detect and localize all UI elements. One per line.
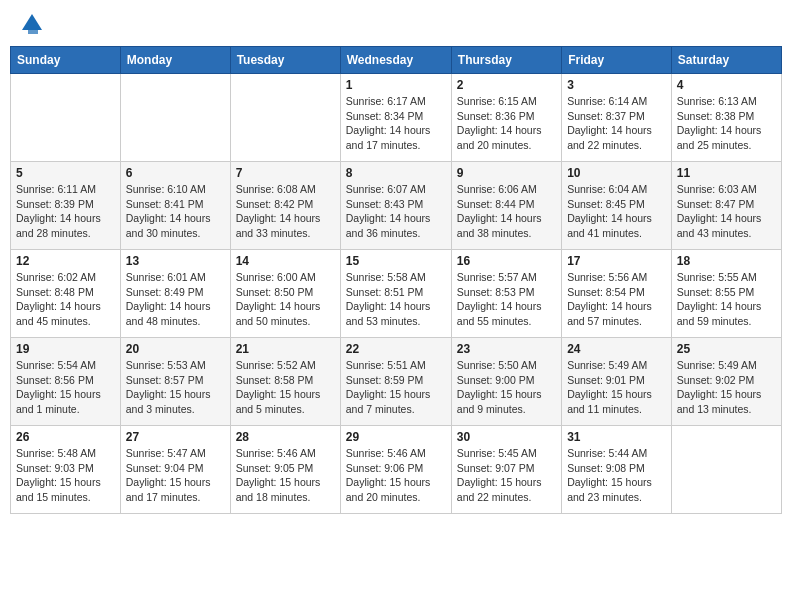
day-info: Sunrise: 5:46 AM Sunset: 9:05 PM Dayligh…: [236, 446, 335, 505]
day-info: Sunrise: 5:47 AM Sunset: 9:04 PM Dayligh…: [126, 446, 225, 505]
day-info: Sunrise: 6:06 AM Sunset: 8:44 PM Dayligh…: [457, 182, 556, 241]
day-header-friday: Friday: [562, 47, 672, 74]
day-number: 15: [346, 254, 446, 268]
logo: [14, 10, 46, 38]
day-number: 10: [567, 166, 666, 180]
day-number: 5: [16, 166, 115, 180]
calendar-cell: 17Sunrise: 5:56 AM Sunset: 8:54 PM Dayli…: [562, 250, 672, 338]
day-number: 17: [567, 254, 666, 268]
calendar-cell: 13Sunrise: 6:01 AM Sunset: 8:49 PM Dayli…: [120, 250, 230, 338]
day-header-thursday: Thursday: [451, 47, 561, 74]
calendar-cell: 3Sunrise: 6:14 AM Sunset: 8:37 PM Daylig…: [562, 74, 672, 162]
day-info: Sunrise: 5:58 AM Sunset: 8:51 PM Dayligh…: [346, 270, 446, 329]
calendar-cell: 29Sunrise: 5:46 AM Sunset: 9:06 PM Dayli…: [340, 426, 451, 514]
calendar-week-3: 12Sunrise: 6:02 AM Sunset: 8:48 PM Dayli…: [11, 250, 782, 338]
calendar-cell: 12Sunrise: 6:02 AM Sunset: 8:48 PM Dayli…: [11, 250, 121, 338]
day-info: Sunrise: 5:51 AM Sunset: 8:59 PM Dayligh…: [346, 358, 446, 417]
day-number: 23: [457, 342, 556, 356]
day-info: Sunrise: 5:52 AM Sunset: 8:58 PM Dayligh…: [236, 358, 335, 417]
day-number: 4: [677, 78, 776, 92]
day-info: Sunrise: 5:56 AM Sunset: 8:54 PM Dayligh…: [567, 270, 666, 329]
calendar-cell: 27Sunrise: 5:47 AM Sunset: 9:04 PM Dayli…: [120, 426, 230, 514]
day-number: 13: [126, 254, 225, 268]
day-number: 25: [677, 342, 776, 356]
day-info: Sunrise: 6:03 AM Sunset: 8:47 PM Dayligh…: [677, 182, 776, 241]
day-number: 6: [126, 166, 225, 180]
day-number: 1: [346, 78, 446, 92]
day-info: Sunrise: 6:01 AM Sunset: 8:49 PM Dayligh…: [126, 270, 225, 329]
calendar-cell: 1Sunrise: 6:17 AM Sunset: 8:34 PM Daylig…: [340, 74, 451, 162]
day-info: Sunrise: 6:07 AM Sunset: 8:43 PM Dayligh…: [346, 182, 446, 241]
day-number: 14: [236, 254, 335, 268]
calendar-cell: 9Sunrise: 6:06 AM Sunset: 8:44 PM Daylig…: [451, 162, 561, 250]
day-number: 16: [457, 254, 556, 268]
day-info: Sunrise: 5:50 AM Sunset: 9:00 PM Dayligh…: [457, 358, 556, 417]
calendar-cell: 5Sunrise: 6:11 AM Sunset: 8:39 PM Daylig…: [11, 162, 121, 250]
day-info: Sunrise: 6:17 AM Sunset: 8:34 PM Dayligh…: [346, 94, 446, 153]
calendar-week-2: 5Sunrise: 6:11 AM Sunset: 8:39 PM Daylig…: [11, 162, 782, 250]
day-info: Sunrise: 5:46 AM Sunset: 9:06 PM Dayligh…: [346, 446, 446, 505]
calendar-week-5: 26Sunrise: 5:48 AM Sunset: 9:03 PM Dayli…: [11, 426, 782, 514]
day-header-monday: Monday: [120, 47, 230, 74]
day-header-tuesday: Tuesday: [230, 47, 340, 74]
day-number: 28: [236, 430, 335, 444]
calendar-cell: 22Sunrise: 5:51 AM Sunset: 8:59 PM Dayli…: [340, 338, 451, 426]
day-info: Sunrise: 6:08 AM Sunset: 8:42 PM Dayligh…: [236, 182, 335, 241]
day-number: 31: [567, 430, 666, 444]
day-number: 21: [236, 342, 335, 356]
day-info: Sunrise: 5:54 AM Sunset: 8:56 PM Dayligh…: [16, 358, 115, 417]
day-info: Sunrise: 6:11 AM Sunset: 8:39 PM Dayligh…: [16, 182, 115, 241]
calendar-table: SundayMondayTuesdayWednesdayThursdayFrid…: [10, 46, 782, 514]
calendar-cell: 25Sunrise: 5:49 AM Sunset: 9:02 PM Dayli…: [671, 338, 781, 426]
calendar-cell: 19Sunrise: 5:54 AM Sunset: 8:56 PM Dayli…: [11, 338, 121, 426]
calendar-cell: 6Sunrise: 6:10 AM Sunset: 8:41 PM Daylig…: [120, 162, 230, 250]
day-number: 19: [16, 342, 115, 356]
calendar-cell: 24Sunrise: 5:49 AM Sunset: 9:01 PM Dayli…: [562, 338, 672, 426]
calendar-cell: 21Sunrise: 5:52 AM Sunset: 8:58 PM Dayli…: [230, 338, 340, 426]
calendar-cell: 2Sunrise: 6:15 AM Sunset: 8:36 PM Daylig…: [451, 74, 561, 162]
day-info: Sunrise: 5:49 AM Sunset: 9:01 PM Dayligh…: [567, 358, 666, 417]
days-header-row: SundayMondayTuesdayWednesdayThursdayFrid…: [11, 47, 782, 74]
day-info: Sunrise: 5:48 AM Sunset: 9:03 PM Dayligh…: [16, 446, 115, 505]
day-number: 26: [16, 430, 115, 444]
day-info: Sunrise: 6:00 AM Sunset: 8:50 PM Dayligh…: [236, 270, 335, 329]
day-number: 18: [677, 254, 776, 268]
calendar-cell: 16Sunrise: 5:57 AM Sunset: 8:53 PM Dayli…: [451, 250, 561, 338]
calendar-cell: 8Sunrise: 6:07 AM Sunset: 8:43 PM Daylig…: [340, 162, 451, 250]
day-header-wednesday: Wednesday: [340, 47, 451, 74]
day-number: 12: [16, 254, 115, 268]
calendar-cell: [11, 74, 121, 162]
logo-icon: [18, 10, 46, 38]
day-number: 30: [457, 430, 556, 444]
calendar-week-1: 1Sunrise: 6:17 AM Sunset: 8:34 PM Daylig…: [11, 74, 782, 162]
day-header-sunday: Sunday: [11, 47, 121, 74]
calendar-cell: 7Sunrise: 6:08 AM Sunset: 8:42 PM Daylig…: [230, 162, 340, 250]
day-info: Sunrise: 5:45 AM Sunset: 9:07 PM Dayligh…: [457, 446, 556, 505]
calendar-cell: [671, 426, 781, 514]
day-info: Sunrise: 6:14 AM Sunset: 8:37 PM Dayligh…: [567, 94, 666, 153]
day-info: Sunrise: 5:57 AM Sunset: 8:53 PM Dayligh…: [457, 270, 556, 329]
day-info: Sunrise: 6:13 AM Sunset: 8:38 PM Dayligh…: [677, 94, 776, 153]
day-number: 29: [346, 430, 446, 444]
day-number: 7: [236, 166, 335, 180]
day-number: 24: [567, 342, 666, 356]
calendar-cell: 11Sunrise: 6:03 AM Sunset: 8:47 PM Dayli…: [671, 162, 781, 250]
day-info: Sunrise: 6:04 AM Sunset: 8:45 PM Dayligh…: [567, 182, 666, 241]
calendar-cell: 20Sunrise: 5:53 AM Sunset: 8:57 PM Dayli…: [120, 338, 230, 426]
day-number: 9: [457, 166, 556, 180]
calendar-cell: 18Sunrise: 5:55 AM Sunset: 8:55 PM Dayli…: [671, 250, 781, 338]
day-info: Sunrise: 6:02 AM Sunset: 8:48 PM Dayligh…: [16, 270, 115, 329]
day-info: Sunrise: 5:55 AM Sunset: 8:55 PM Dayligh…: [677, 270, 776, 329]
day-header-saturday: Saturday: [671, 47, 781, 74]
day-info: Sunrise: 6:10 AM Sunset: 8:41 PM Dayligh…: [126, 182, 225, 241]
calendar-cell: 28Sunrise: 5:46 AM Sunset: 9:05 PM Dayli…: [230, 426, 340, 514]
calendar-cell: [230, 74, 340, 162]
calendar-cell: 15Sunrise: 5:58 AM Sunset: 8:51 PM Dayli…: [340, 250, 451, 338]
day-number: 8: [346, 166, 446, 180]
day-number: 27: [126, 430, 225, 444]
page-header: [10, 10, 782, 38]
day-number: 2: [457, 78, 556, 92]
calendar-cell: [120, 74, 230, 162]
calendar-cell: 30Sunrise: 5:45 AM Sunset: 9:07 PM Dayli…: [451, 426, 561, 514]
day-info: Sunrise: 5:44 AM Sunset: 9:08 PM Dayligh…: [567, 446, 666, 505]
